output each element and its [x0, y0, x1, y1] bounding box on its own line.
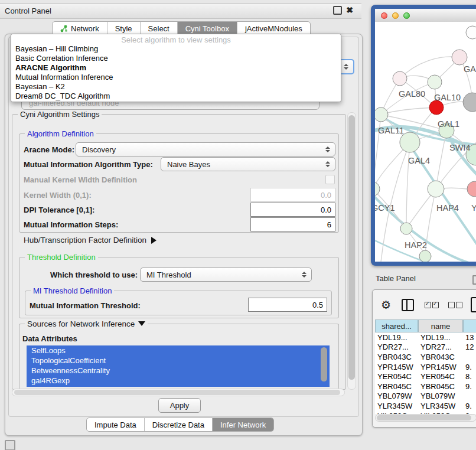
table-panel-button-partial[interactable] [472, 275, 476, 285]
mi-algorithm-type-combo[interactable]: Naive Bayes [161, 157, 335, 171]
group-title: Threshold Definition [25, 253, 98, 262]
dropdown-item[interactable]: Bayesian – Hill Climbing [11, 44, 341, 54]
network-canvas[interactable]: GAL GAL80 GAL10 GAL1 GAL11 SWI4 GAL4 GCY… [375, 22, 476, 262]
tab-discretize-data[interactable]: Discretize Data [145, 418, 213, 431]
screen: Control Panel ✖ Network Style Select Cyn… [0, 0, 476, 450]
mi-type-label: Mutual Information Algorithm Type: [24, 160, 153, 169]
table-panel-window: ⚙ shared... name YDL19...YDL19...13 YDR2… [372, 289, 476, 428]
mi-type-value: Naive Bayes [167, 160, 210, 169]
hub-definition-toggle[interactable]: Hub/Transcription Factor Definition [24, 236, 157, 244]
aracne-mode-combo[interactable]: Discovery [76, 142, 335, 156]
node-hap2[interactable] [400, 223, 412, 234]
apply-button[interactable]: Apply [158, 398, 201, 413]
unselect-all-columns-icon[interactable] [448, 302, 462, 308]
attribute-item[interactable]: SelfLoops [27, 345, 330, 356]
tab-infer-network[interactable]: Infer Network [213, 418, 273, 431]
algorithm-dropdown-popup: Select algorithm to view settings Bayesi… [11, 34, 341, 102]
mac-zoom-icon[interactable] [403, 12, 410, 19]
attribute-item[interactable]: BetweennessCentrality [27, 366, 330, 376]
dropdown-item[interactable]: Basic Correlation Inference [11, 54, 341, 63]
node-hap4[interactable] [428, 181, 444, 197]
table-toolbar: ⚙ [373, 295, 476, 315]
sources-toggle[interactable]: Sources for Network Inference [25, 319, 148, 328]
node-gray[interactable] [463, 93, 476, 112]
aracne-mode-label: Aracne Mode: [24, 145, 74, 154]
bottom-tabs: Impute Data Discretize Data Infer Networ… [86, 418, 274, 432]
tab-style[interactable]: Style [107, 22, 141, 35]
node-label: SWI4 [449, 143, 470, 152]
network-graph: GAL GAL80 GAL10 GAL1 GAL11 SWI4 GAL4 GCY… [375, 22, 476, 262]
node-label: GAL11 [378, 126, 404, 135]
dpi-tolerance-input[interactable] [250, 203, 335, 217]
table-row[interactable]: YBL079WYBL079W [375, 392, 476, 402]
collapsed-panel-icon[interactable] [5, 440, 15, 450]
table-row[interactable]: YDR27...YDR27...12 [375, 343, 476, 353]
table-row[interactable]: YLR345WYLR345W9. [375, 401, 476, 411]
tab-impute-data[interactable]: Impute Data [87, 418, 145, 431]
column-header-partial[interactable] [463, 319, 476, 332]
node-gal10[interactable] [428, 75, 442, 89]
column-header-name[interactable]: name [418, 319, 463, 332]
aracne-mode-value: Discovery [82, 145, 116, 154]
table-row[interactable]: YDL19...YDL19...13 [375, 332, 476, 343]
dropdown-item-selected[interactable]: ARACNE Algorithm [11, 63, 341, 73]
node-gal11[interactable] [375, 107, 388, 122]
network-window-titlebar[interactable] [375, 9, 476, 22]
mac-close-icon[interactable] [381, 12, 387, 19]
list-scrollbar-thumb[interactable] [321, 347, 327, 381]
gear-icon[interactable]: ⚙ [381, 298, 391, 312]
mi-steps-input[interactable] [250, 217, 335, 231]
node-gcy1[interactable] [375, 182, 380, 196]
columns-icon[interactable] [402, 299, 414, 311]
node-red-selected[interactable] [429, 100, 444, 115]
node-gal-partial[interactable] [452, 50, 467, 65]
dpi-tolerance-label: DPI Tolerance [0,1]: [24, 206, 94, 214]
table-body: YDL19...YDL19...13 YDR27...YDR27...12 YB… [375, 332, 476, 414]
which-threshold-combo[interactable]: MI Threshold [140, 268, 312, 282]
node-gal4[interactable] [400, 132, 420, 152]
network-icon [60, 25, 68, 32]
node-label: GAL4 [408, 156, 430, 165]
dropdown-item[interactable]: Mutual Information Inference [11, 73, 341, 82]
column-header-shared-name[interactable]: shared... [375, 319, 418, 332]
node-y-partial[interactable] [467, 181, 476, 197]
tab-jactivemnodules[interactable]: jActiveMNodules [237, 22, 310, 35]
table-row[interactable]: YBR045CYBR045C9. [375, 381, 476, 392]
mac-minimize-icon[interactable] [392, 12, 399, 19]
attribute-item[interactable]: gal4RGexp [27, 376, 330, 386]
table-hscrollbar-thumb[interactable] [377, 415, 471, 420]
node-label: Y [471, 203, 476, 213]
table-row[interactable]: YPR145WYPR145W9. [375, 362, 476, 372]
mi-threshold-label: Mutual Information Threshold: [30, 301, 141, 310]
manual-kernel-checkbox[interactable] [325, 175, 335, 184]
apply-label: Apply [170, 401, 190, 410]
expand-right-icon [151, 237, 157, 244]
dropdown-item[interactable]: Dream8 DC_TDC Algorithm [11, 92, 341, 101]
document-icon[interactable] [471, 297, 476, 312]
group-title: MI Threshold Definition [31, 286, 114, 295]
horizontal-scrollbar-thumb[interactable] [14, 390, 340, 395]
table-header: shared... name [375, 319, 476, 332]
data-attributes-list[interactable]: SelfLoops TopologicalCoefficient Between… [27, 345, 330, 387]
kernel-width-label: Kernel Width (0,1): [24, 191, 92, 200]
float-window-icon[interactable] [333, 6, 342, 15]
combo-stepper-icon [341, 64, 351, 70]
attribute-item[interactable]: TopologicalCoefficient [27, 356, 330, 366]
tab-cyni-toolbox[interactable]: Cyni Toolbox [178, 22, 237, 35]
manual-kernel-label: Manual Kernel Width Definition [24, 175, 137, 184]
node-partial-bottom[interactable] [419, 250, 431, 262]
tab-network[interactable]: Network [53, 22, 107, 35]
node-label: GAL1 [438, 119, 459, 129]
close-icon[interactable]: ✖ [346, 7, 353, 14]
dropdown-item[interactable]: Bayesian – K2 [11, 82, 341, 92]
node-gal80[interactable] [393, 71, 407, 86]
table-row[interactable]: YBR043CYBR043C [375, 352, 476, 362]
select-all-columns-icon[interactable] [425, 302, 439, 308]
table-row[interactable]: YER054CYER054C8. [375, 371, 476, 381]
node-label: GAL10 [434, 93, 461, 102]
tab-select[interactable]: Select [141, 22, 178, 35]
mi-threshold-input[interactable] [248, 298, 327, 312]
vertical-scrollbar-thumb[interactable] [348, 115, 355, 380]
kernel-width-input[interactable] [250, 188, 335, 202]
node-partial-top[interactable] [466, 26, 476, 39]
